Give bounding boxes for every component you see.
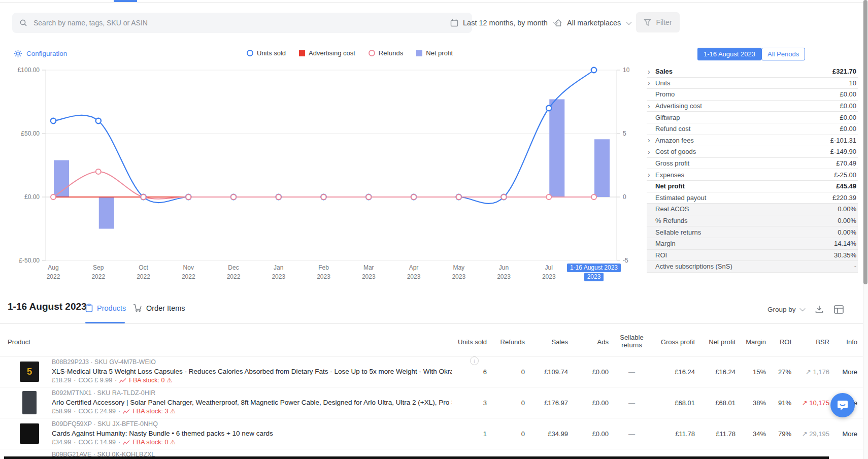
x-axis-label: 2022 <box>182 273 195 280</box>
column-header-label: Sales <box>551 338 568 346</box>
units-sold-point[interactable] <box>96 118 101 123</box>
summary-label: Giftwrap <box>655 114 840 121</box>
refunds-point[interactable] <box>321 194 326 200</box>
refunds-point[interactable] <box>456 194 461 200</box>
summary-row-advertising-cost[interactable]: ›Advertising cost£0.00 <box>647 101 858 112</box>
summary-value: 0.00% <box>838 217 856 224</box>
product-thumbnail: 5 <box>15 362 44 382</box>
column-header-sellable-returns[interactable]: Sellable returns <box>612 334 655 349</box>
table-toolbar: Group by <box>767 305 844 314</box>
download-icon[interactable] <box>815 305 824 314</box>
refunds-point[interactable] <box>411 194 416 200</box>
filter-button[interactable]: Filter <box>636 12 680 32</box>
net-profit-bar[interactable] <box>594 139 610 197</box>
column-header-bsr[interactable]: BSR <box>794 338 832 346</box>
x-axis-label: Dec <box>228 264 239 271</box>
refunds-point[interactable] <box>591 194 596 200</box>
tab-products[interactable]: Products <box>85 304 126 312</box>
x-axis-label[interactable]: 1-16 August 2023 <box>570 264 618 271</box>
tab-products-label: Products <box>97 304 126 312</box>
chevron-down-icon <box>626 19 632 25</box>
marketplace-filter[interactable]: All marketplaces <box>554 13 631 33</box>
net-profit-bar[interactable] <box>99 197 114 229</box>
sellable-returns-cell: — <box>612 430 655 438</box>
column-header-roi[interactable]: ROI <box>769 338 794 346</box>
bsr-up-arrow-icon: ↗ <box>802 430 810 438</box>
right-axis-label: 10 <box>623 67 629 74</box>
date-range-filter[interactable]: Last 12 months, by month <box>450 13 558 33</box>
units-sold-point[interactable] <box>546 106 551 111</box>
bsr-cell[interactable]: ↗ 10,175 <box>794 399 832 407</box>
more-link[interactable]: More <box>832 430 860 438</box>
legend-item-units-sold[interactable]: Units sold <box>247 49 286 57</box>
refunds-point[interactable] <box>546 194 551 200</box>
refunds-point[interactable] <box>96 169 101 174</box>
summary-row-refunds: % Refunds0.00% <box>647 215 858 227</box>
legend-item-net-profit[interactable]: Net profit <box>416 49 453 57</box>
column-header-net-profit[interactable]: Net profit <box>698 338 739 346</box>
column-header-sales[interactable]: Sales <box>528 338 571 346</box>
chat-widget-button[interactable] <box>830 393 855 417</box>
column-header-units-sold[interactable]: Units sold↓ <box>452 338 490 346</box>
refunds-point[interactable] <box>502 194 507 200</box>
legend-item-advertising-cost[interactable]: Advertising cost <box>299 49 355 57</box>
refunds-point[interactable] <box>186 194 191 200</box>
refunds-point[interactable] <box>141 194 146 200</box>
search-input[interactable] <box>32 18 465 27</box>
product-meta: £34.99·COG £ 14.99·FBA stock: 0 ⚠ <box>52 438 273 447</box>
refunds-point[interactable] <box>366 194 371 200</box>
product-price: £18.29 <box>52 376 71 385</box>
summary-row-amazon-fees[interactable]: ›Amazon fees£-101.31 <box>647 135 858 147</box>
gross-profit-cell: £16.24 <box>655 368 698 376</box>
selected-period-button[interactable]: 1-16 August 2023 <box>697 48 761 60</box>
x-axis-label: 2023 <box>542 273 556 280</box>
x-axis-label[interactable]: 2023 <box>587 273 601 280</box>
summary-row-expenses[interactable]: ›Expenses£-25.00 <box>647 169 858 181</box>
column-header-margin[interactable]: Margin <box>739 338 769 346</box>
gear-icon <box>14 49 22 58</box>
search-bar[interactable] <box>12 13 472 33</box>
summary-row-estimated-payout: Estimated payout£220.39 <box>647 192 858 204</box>
product-cell: B092M7TNX1 · SKU RA-TLDZ-0HIRArlo Certif… <box>0 389 452 416</box>
more-link[interactable]: More <box>832 368 860 376</box>
summary-row-cost-of-goods[interactable]: ›Cost of goods£-149.90 <box>647 146 858 158</box>
product-title: Cards Against Humanity: Nasty Bundle • 6… <box>52 429 273 439</box>
group-by-dropdown[interactable]: Group by <box>767 306 805 313</box>
refunds-point[interactable] <box>51 194 56 200</box>
profit-chart-area: £100.0010£50.005£0.000£-50.00-5Aug2022Se… <box>0 58 629 287</box>
calendar-icon <box>450 19 458 27</box>
bsr-cell[interactable]: ↗ 1,176 <box>794 368 832 376</box>
refunds-point[interactable] <box>231 194 236 200</box>
summary-row-gross-profit: Gross profit£70.49 <box>647 158 858 170</box>
filter-button-label: Filter <box>656 18 672 26</box>
meta-separator: · <box>74 407 76 416</box>
table-row: B09DFQ59XP · SKU JX-BFTE-0NHQCards Again… <box>0 418 863 449</box>
summary-row-margin: Margin14.14% <box>647 238 858 250</box>
column-header-gross-profit[interactable]: Gross profit <box>655 338 698 346</box>
column-header-info[interactable]: Info <box>832 338 860 346</box>
refunds-point[interactable] <box>276 194 281 200</box>
column-header-label: Refunds <box>500 338 525 346</box>
column-header-label: Gross profit <box>661 338 695 346</box>
column-header-product[interactable]: Product <box>0 338 452 346</box>
chat-icon <box>837 399 849 411</box>
bsr-up-arrow-icon: ↗ <box>806 368 813 376</box>
table-view-icon[interactable] <box>834 305 844 314</box>
bsr-cell[interactable]: ↗ 29,195 <box>794 430 832 438</box>
legend-item-refunds[interactable]: Refunds <box>369 49 403 57</box>
scrollbar-thumb[interactable] <box>863 0 867 284</box>
column-header-refunds[interactable]: Refunds <box>490 338 528 346</box>
refunds-cell: 0 <box>490 430 528 438</box>
summary-row-units[interactable]: ›Units10 <box>647 78 858 89</box>
tab-order-items[interactable]: Order Items <box>133 304 185 312</box>
sort-descending-icon[interactable]: ↓ <box>470 356 479 365</box>
units-sold-point[interactable] <box>51 118 56 123</box>
column-header-ads[interactable]: Ads <box>571 338 612 346</box>
net-profit-bar[interactable] <box>549 100 564 198</box>
summary-label: Active subscriptions (SnS) <box>655 263 854 270</box>
configuration-link[interactable]: Configuration <box>14 49 67 58</box>
all-periods-button[interactable]: All Periods <box>761 48 805 60</box>
net-profit-cell: £11.78 <box>698 430 739 438</box>
summary-row-sales[interactable]: ›Sales£321.70 <box>647 66 858 78</box>
units-sold-point[interactable] <box>591 68 596 73</box>
